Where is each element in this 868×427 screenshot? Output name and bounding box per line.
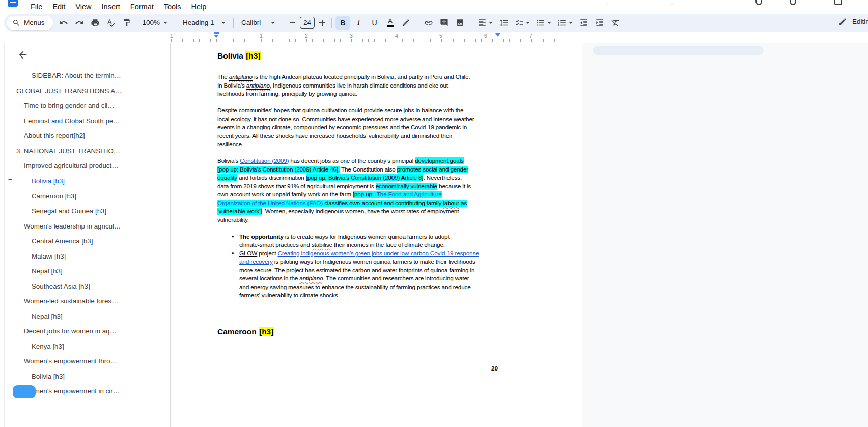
italic-button[interactable]: I [351, 16, 366, 30]
line-spacing-button[interactable] [496, 16, 511, 30]
outline-item-18[interactable]: Kenya [h3] [5, 339, 170, 354]
menus-search-button[interactable]: Menus [7, 16, 53, 30]
outline-item-4[interactable]: About this report[h2] [5, 128, 170, 144]
outline-item-17[interactable]: Decent jobs for women in aq… [5, 324, 170, 339]
indent-icon [595, 18, 604, 27]
outline-item-16[interactable]: Nepal [h3] [5, 309, 170, 324]
text-run: several locations in the [239, 275, 299, 282]
menu-item-insert[interactable]: Insert [97, 0, 125, 14]
bold-button[interactable]: B [335, 16, 350, 30]
doc-link[interactable]: and recovery [239, 258, 273, 265]
insert-image-button[interactable] [453, 16, 467, 30]
add-comment-button[interactable] [437, 16, 452, 30]
menu-item-format[interactable]: Format [125, 0, 159, 14]
print-button[interactable] [88, 16, 103, 30]
image-icon [456, 18, 464, 27]
text-run: In Bolivia’s [217, 82, 246, 89]
outline-item-19[interactable]: Women’s empowerment thro… [5, 354, 170, 369]
text-run: Bolivia [217, 51, 245, 60]
text-run: GLOW [239, 250, 257, 257]
menu-item-file[interactable]: File [25, 0, 47, 14]
ruler[interactable]: 11234567 [0, 32, 868, 43]
doc-link[interactable]: Constitution (2009) [240, 157, 289, 164]
align-left-icon [478, 18, 487, 27]
align-button[interactable] [475, 16, 495, 30]
outline-item-8[interactable]: Cameroon [h3] [5, 188, 170, 204]
text-run: climate-smart practices and [239, 241, 312, 248]
outline-item-13[interactable]: Nepal [h3] [5, 264, 170, 279]
italic-icon: I [357, 18, 360, 27]
menu-item-view[interactable]: View [70, 0, 96, 14]
docs-logo-icon[interactable] [8, 0, 18, 7]
outline-list: SIDEBAR: About the termin…GLOBAL JUST TR… [5, 68, 170, 399]
clear-formatting-button[interactable] [608, 16, 623, 30]
print-icon [91, 18, 100, 27]
text-run: The Constitution also [340, 166, 397, 173]
menu-item-edit[interactable]: Edit [47, 0, 70, 14]
page-number: 20 [491, 365, 498, 372]
doc-link[interactable]: The Food and Agriculture [375, 191, 442, 198]
outline-item-20[interactable]: Bolivia [h3] [5, 369, 170, 384]
highlight-color-button[interactable] [399, 16, 413, 30]
document-page[interactable]: Bolivia [h3]The antiplano is the high An… [171, 43, 581, 427]
outline-item-1[interactable]: GLOBAL JUST TRANSITIONS A… [5, 83, 170, 99]
text-line: The opportunity is to create ways for In… [239, 233, 533, 241]
underline-icon: U [372, 19, 377, 27]
text-line: climate-smart practices and stabilise th… [239, 241, 533, 249]
outline-item-10[interactable]: Women’s leadership in agricul… [5, 218, 170, 234]
outline-sidebar: SIDEBAR: About the termin…GLOBAL JUST TR… [4, 43, 171, 427]
decrease-indent-button[interactable] [576, 16, 591, 30]
editing-mode-button[interactable]: Editing [838, 17, 868, 26]
paint-format-icon [123, 18, 131, 27]
paragraph-style-select[interactable]: Heading 1 [179, 16, 230, 30]
ruler-number: 5 [439, 33, 442, 39]
checklist-button[interactable] [512, 16, 533, 30]
outline-item-11[interactable]: Central America [h3] [5, 234, 170, 249]
outline-item-2[interactable]: Time to bring gender and cli… [5, 98, 170, 113]
undo-button[interactable] [57, 16, 71, 30]
link-icon [424, 18, 433, 27]
font-size-input[interactable]: 24 [300, 17, 315, 29]
text-run: and forbids discrimination [237, 174, 306, 181]
text-run: data from 2019 shows that 91% of agricul… [217, 183, 376, 190]
increase-font-size-button[interactable] [317, 16, 328, 30]
bullet-icon: ● [232, 234, 234, 239]
redo-button[interactable] [72, 16, 87, 30]
text-color-button[interactable]: A [383, 16, 398, 30]
doc-content: Bolivia [h3]The antiplano is the high An… [217, 51, 533, 337]
text-line: In Bolivia’s antiplano, Indigenous commu… [217, 81, 533, 90]
outline-item-5[interactable]: 3: NATIONAL JUST TRANSITIO… [5, 144, 170, 159]
doc-link[interactable]: Creating indigenous women’s green jobs u… [277, 250, 479, 257]
outline-item-12[interactable]: Malawi [h3] [5, 248, 170, 264]
underline-button[interactable]: U [367, 16, 382, 30]
outline-item-6[interactable]: Improved agricultural product… [5, 158, 170, 174]
spellcheck-button[interactable] [104, 16, 119, 30]
menu-item-tools[interactable]: Tools [159, 0, 186, 14]
outline-item-3[interactable]: Feminist and Global South pe… [5, 113, 170, 129]
text-run: [pop up: Bolivia’s Constitution (2009) A… [306, 174, 424, 181]
outline-item-9[interactable]: Senegal and Guinea [h3] [5, 204, 170, 219]
numbered-list-button[interactable] [555, 16, 575, 30]
text-run: stabilise [312, 241, 332, 248]
comment-icon [440, 18, 449, 27]
collapse-toggle-icon[interactable]: – [8, 175, 12, 183]
font-family-select[interactable]: Calibri [237, 16, 279, 30]
menu-item-help[interactable]: Help [186, 0, 212, 14]
close-outline-button[interactable] [16, 48, 30, 62]
chevron-down-icon [163, 22, 167, 24]
chevron-down-icon [271, 22, 275, 24]
outline-item-15[interactable]: Women-led sustainable fores… [5, 294, 170, 309]
toolbar-divider [331, 18, 332, 28]
insert-link-button[interactable] [421, 16, 436, 30]
doc-link[interactable]: Organization of the United Nations (FAO) [217, 200, 323, 207]
bullet-list: ●The opportunity is to create ways for I… [217, 233, 533, 300]
decrease-font-size-button[interactable] [287, 16, 298, 30]
ruler-number: 1 [170, 33, 173, 39]
paint-format-button[interactable] [120, 16, 134, 30]
bulleted-list-button[interactable] [534, 16, 554, 30]
zoom-select[interactable]: 100% [139, 16, 172, 30]
outline-item-0[interactable]: SIDEBAR: About the termin… [5, 68, 170, 83]
outline-item-7[interactable]: Bolivia [h3]– [5, 174, 170, 189]
increase-indent-button[interactable] [592, 16, 607, 30]
outline-item-14[interactable]: Southeast Asia [h3] [5, 278, 170, 294]
